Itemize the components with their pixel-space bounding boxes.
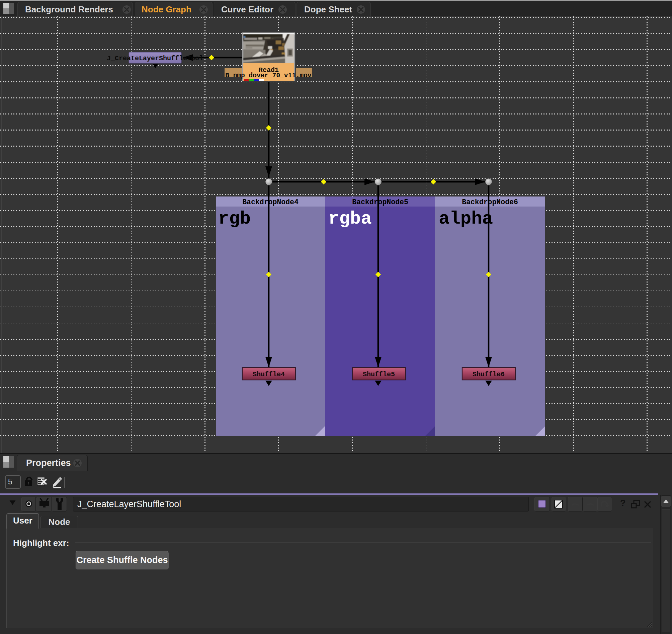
svg-text:J_CreateLayerShuffleTool: J_CreateLayerShuffleTool xyxy=(107,54,203,62)
svg-text:B_nmp_dover_70_v11.mov: B_nmp_dover_70_v11.mov xyxy=(225,72,312,79)
svg-text:alpha: alpha xyxy=(439,209,493,229)
svg-text:rgb: rgb xyxy=(218,209,251,229)
svg-text:Shuffle6: Shuffle6 xyxy=(473,371,505,378)
svg-text:rgba: rgba xyxy=(328,209,372,229)
svg-text:BackdropNode6: BackdropNode6 xyxy=(462,198,518,206)
svg-text:Shuffle4: Shuffle4 xyxy=(253,371,285,378)
svg-text:BackdropNode4: BackdropNode4 xyxy=(242,198,298,206)
svg-text:Shuffle5: Shuffle5 xyxy=(363,371,395,378)
svg-text:BackdropNode5: BackdropNode5 xyxy=(352,198,408,206)
